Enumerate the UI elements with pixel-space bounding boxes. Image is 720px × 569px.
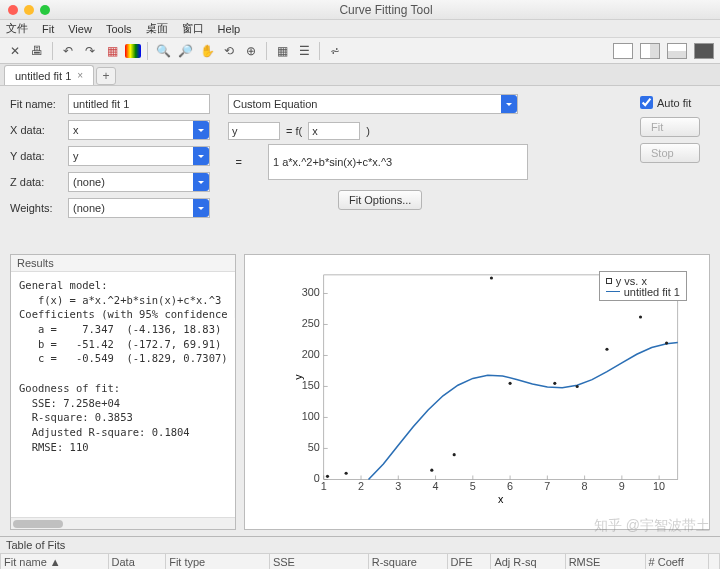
print-icon[interactable]: 🖶 <box>28 42 46 60</box>
window-title: Curve Fitting Tool <box>60 3 712 17</box>
svg-text:200: 200 <box>302 348 320 360</box>
equation-input[interactable] <box>268 144 528 180</box>
residuals-icon[interactable]: ⩫ <box>326 42 344 60</box>
undo-icon[interactable]: ↶ <box>59 42 77 60</box>
fit-plot[interactable]: y vs. x untitled fit 1 12345678910050100… <box>244 254 710 530</box>
col-header[interactable]: SSE <box>269 554 368 570</box>
tab-untitled-fit-1[interactable]: untitled fit 1 × <box>4 65 94 85</box>
svg-point-44 <box>576 385 579 388</box>
svg-text:9: 9 <box>619 480 625 492</box>
zoom-in-icon[interactable]: 🔍 <box>154 42 172 60</box>
delete-icon[interactable]: ✕ <box>6 42 24 60</box>
svg-text:3: 3 <box>395 480 401 492</box>
layout-1-icon[interactable] <box>613 43 633 59</box>
results-panel: Results General model: f(x) = a*x.^2+b*s… <box>10 254 236 530</box>
col-header[interactable]: R-square <box>368 554 447 570</box>
fits-table[interactable]: Fit name ▲DataFit typeSSER-squareDFEAdj … <box>0 553 720 569</box>
plot-canvas: 12345678910050100150200250300xy <box>283 269 691 505</box>
tab-label: untitled fit 1 <box>15 70 71 82</box>
redo-icon[interactable]: ↷ <box>81 42 99 60</box>
results-header: Results <box>11 255 235 272</box>
menu-fit[interactable]: Fit <box>42 23 54 35</box>
svg-rect-0 <box>324 275 678 480</box>
fit-type-select[interactable]: Custom Equation <box>228 94 518 114</box>
results-text[interactable]: General model: f(x) = a*x.^2+b*sin(x)+c*… <box>11 272 235 517</box>
fitname-input[interactable] <box>68 94 210 114</box>
svg-text:2: 2 <box>358 480 364 492</box>
svg-text:x: x <box>498 493 504 505</box>
stop-button[interactable]: Stop <box>640 143 700 163</box>
weights-select[interactable]: (none) <box>68 198 210 218</box>
toolbar: ✕ 🖶 ↶ ↷ ▦ 🔍 🔎 ✋ ⟲ ⊕ ▦ ☰ ⩫ <box>0 38 720 64</box>
col-header[interactable]: RMSE <box>565 554 645 570</box>
chevron-down-icon <box>193 199 209 217</box>
separator <box>319 42 320 60</box>
zoom-icon[interactable] <box>40 5 50 15</box>
tab-close-icon[interactable]: × <box>77 70 83 81</box>
svg-text:7: 7 <box>544 480 550 492</box>
eq-prefix: = <box>228 156 242 168</box>
zdata-select[interactable]: (none) <box>68 172 210 192</box>
results-scrollbar[interactable] <box>11 517 235 529</box>
menu-view[interactable]: View <box>68 23 92 35</box>
separator <box>52 42 53 60</box>
col-header[interactable] <box>709 554 720 570</box>
minimize-icon[interactable] <box>24 5 34 15</box>
menu-desktop[interactable]: 桌面 <box>146 21 168 36</box>
data-selection-panel: Fit name: X data:x Y data:y Z data:(none… <box>10 94 210 254</box>
fit-tabs: untitled fit 1 × + <box>0 64 720 86</box>
svg-point-46 <box>639 315 642 318</box>
xdata-select[interactable]: x <box>68 120 210 140</box>
palette-icon[interactable]: ▦ <box>103 42 121 60</box>
svg-point-37 <box>326 475 329 478</box>
fit-button[interactable]: Fit <box>640 117 700 137</box>
rotate-icon[interactable]: ⟲ <box>220 42 238 60</box>
table-of-fits-panel: Table of Fits Fit name ▲DataFit typeSSER… <box>0 536 720 569</box>
titlebar: Curve Fitting Tool <box>0 0 720 20</box>
equation-panel: Custom Equation y = f( x ) = Fit Options… <box>228 94 622 254</box>
list-icon[interactable]: ☰ <box>295 42 313 60</box>
col-header[interactable]: Fit type <box>166 554 270 570</box>
svg-point-43 <box>553 382 556 385</box>
col-header[interactable]: Adj R-sq <box>491 554 565 570</box>
svg-text:0: 0 <box>314 472 320 484</box>
menu-tools[interactable]: Tools <box>106 23 132 35</box>
menu-help[interactable]: Help <box>218 23 241 35</box>
svg-point-38 <box>345 472 348 475</box>
line-icon <box>606 291 620 292</box>
zoom-out-icon[interactable]: 🔎 <box>176 42 194 60</box>
colormap-icon[interactable] <box>125 44 141 58</box>
svg-text:150: 150 <box>302 379 320 391</box>
fitname-label: Fit name: <box>10 98 68 110</box>
svg-text:10: 10 <box>653 480 665 492</box>
svg-point-42 <box>509 382 512 385</box>
grid-icon[interactable]: ▦ <box>273 42 291 60</box>
layout-2-icon[interactable] <box>640 43 660 59</box>
col-header[interactable]: # Coeff <box>645 554 709 570</box>
fit-options-button[interactable]: Fit Options... <box>338 190 422 210</box>
add-tab-button[interactable]: + <box>96 67 116 85</box>
xdata-label: X data: <box>10 124 68 136</box>
col-header[interactable]: Fit name ▲ <box>1 554 109 570</box>
svg-point-39 <box>430 469 433 472</box>
pan-icon[interactable]: ✋ <box>198 42 216 60</box>
menu-file[interactable]: 文件 <box>6 21 28 36</box>
window-controls <box>8 5 50 15</box>
plot-legend[interactable]: y vs. x untitled fit 1 <box>599 271 687 301</box>
close-icon[interactable] <box>8 5 18 15</box>
ydata-select[interactable]: y <box>68 146 210 166</box>
svg-text:6: 6 <box>507 480 513 492</box>
layout-3-icon[interactable] <box>667 43 687 59</box>
layout-4-icon[interactable] <box>694 43 714 59</box>
weights-label: Weights: <box>10 202 68 214</box>
svg-point-41 <box>490 276 493 279</box>
auto-fit-checkbox[interactable]: Auto fit <box>640 96 710 109</box>
menu-window[interactable]: 窗口 <box>182 21 204 36</box>
svg-text:1: 1 <box>321 480 327 492</box>
col-header[interactable]: Data <box>108 554 166 570</box>
marker-icon <box>606 278 612 284</box>
arg-box[interactable]: x <box>308 122 360 140</box>
lhs-box[interactable]: y <box>228 122 280 140</box>
col-header[interactable]: DFE <box>447 554 491 570</box>
data-cursor-icon[interactable]: ⊕ <box>242 42 260 60</box>
